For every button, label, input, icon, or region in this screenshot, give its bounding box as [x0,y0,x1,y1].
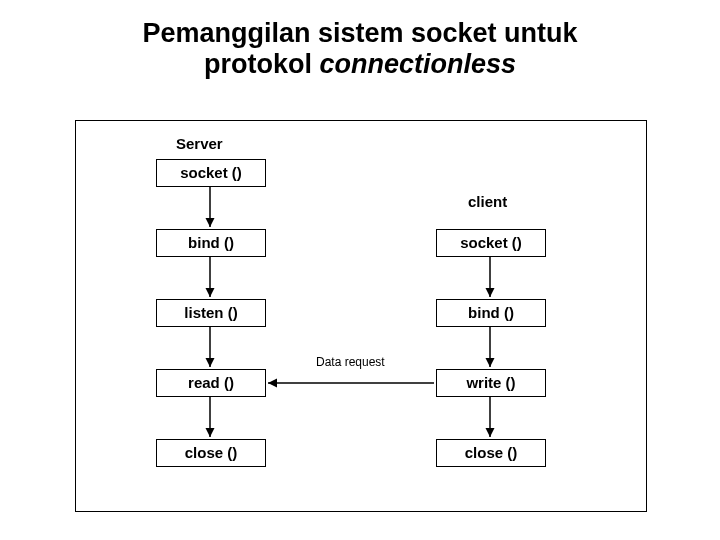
page-title: Pemanggilan sistem socket untuk protokol… [0,18,720,80]
server-read-box: read () [156,369,266,397]
client-close-box: close () [436,439,546,467]
server-close-box: close () [156,439,266,467]
client-socket-box: socket () [436,229,546,257]
diagram-frame: Server client socket () bind () listen (… [75,120,647,512]
server-header: Server [176,135,223,152]
client-write-box: write () [436,369,546,397]
title-line1: Pemanggilan sistem socket untuk [142,18,577,48]
data-request-label: Data request [316,355,385,369]
title-line2-italic: connectionless [319,49,516,79]
server-listen-box: listen () [156,299,266,327]
title-line2-plain: protokol [204,49,320,79]
server-socket-box: socket () [156,159,266,187]
client-header: client [468,193,507,210]
client-bind-box: bind () [436,299,546,327]
server-bind-box: bind () [156,229,266,257]
